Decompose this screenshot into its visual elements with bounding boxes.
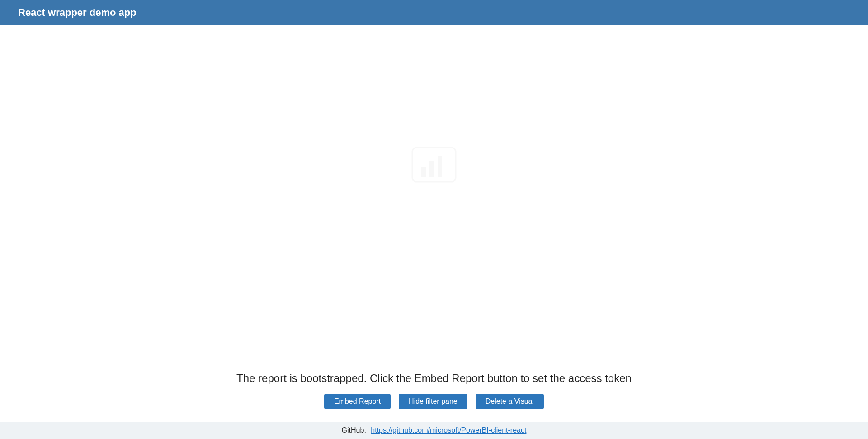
hide-filter-pane-button[interactable]: Hide filter pane [399,394,467,409]
github-link[interactable]: https://github.com/microsoft/PowerBI-cli… [371,426,526,434]
controls-section: The report is bootstrapped. Click the Em… [0,361,868,422]
powerbi-placeholder-icon [411,147,457,185]
embed-report-button[interactable]: Embed Report [324,394,391,409]
status-message: The report is bootstrapped. Click the Em… [0,372,868,385]
app-header: React wrapper demo app [0,0,868,25]
svg-rect-3 [438,156,442,177]
footer-label: GitHub: [342,426,366,434]
footer: GitHub: https://github.com/microsoft/Pow… [0,422,868,439]
delete-visual-button[interactable]: Delete a Visual [476,394,544,409]
button-row: Embed Report Hide filter pane Delete a V… [0,394,868,409]
app-title: React wrapper demo app [18,7,137,18]
report-embed-area [0,25,868,361]
svg-rect-1 [421,167,426,177]
svg-rect-2 [429,161,434,177]
